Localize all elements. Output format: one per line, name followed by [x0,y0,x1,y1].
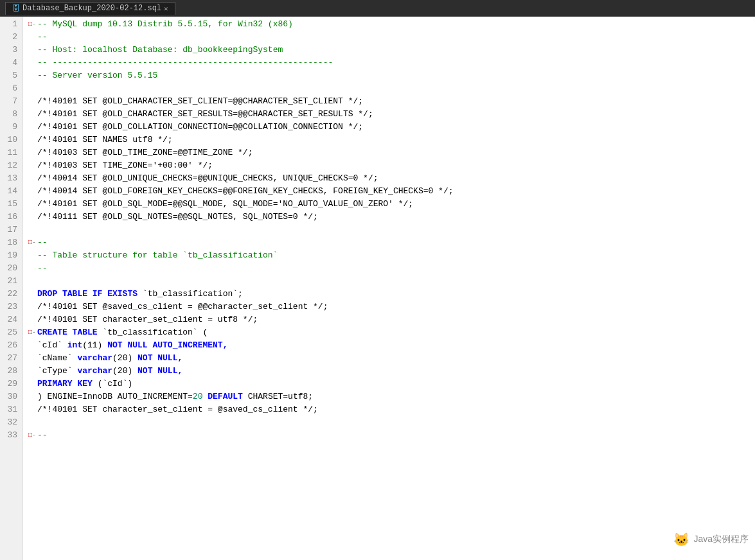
code-content: -- -------------------------------------… [37,57,755,69]
fold-marker[interactable]: □- [28,18,37,31]
code-segment: @OLD_SQL_MODE=@@SQL_MODE, SQL_MODE='NO_A… [102,199,413,209]
code-content: -- Server version 5.5.15 [37,69,755,82]
fold-marker[interactable]: □- [28,236,37,249]
code-content: `cName` varchar(20) NOT NULL, [37,352,755,365]
line-number: 31 [5,403,17,416]
line-number: 27 [5,352,17,365]
code-line: /*!40101 SET @OLD_SQL_MODE=@@SQL_MODE, S… [28,198,755,211]
code-segment: /*!40101 SET character_set_client = utf8… [37,315,258,324]
code-line: -- Host: localhost Database: db_bookkeep… [28,44,755,57]
code-content [37,82,755,95]
code-line: /*!40111 SET @OLD_SQL_NOTES=@@SQL_NOTES,… [28,211,755,223]
code-content [37,275,755,288]
code-segment: `cName` [37,353,77,363]
code-segment: /*!40103 SET [37,148,102,157]
code-segment: /*!40101 SET [37,109,102,119]
code-segment: `cId` [37,340,67,350]
code-segment: /*!40101 SET character_set_client = @sav… [37,405,318,414]
code-content: -- [37,429,755,442]
code-segment: (11) [82,340,107,350]
code-segment: NOT NULL AUTO_INCREMENT, [107,340,227,350]
code-line [28,82,755,95]
fold-marker[interactable]: □- [28,326,37,339]
line-number: 18 [5,236,17,249]
line-number: 22 [5,288,17,301]
code-line: /*!40014 SET @OLD_FOREIGN_KEY_CHECKS=@@F… [28,185,755,198]
code-segment: /*!40101 SET NAMES utf8 */; [37,135,173,144]
line-number: 24 [5,313,17,326]
code-content: -- Table structure for table `tb_classif… [37,249,755,262]
code-content: /*!40101 SET @OLD_CHARACTER_SET_RESULTS=… [37,108,755,121]
code-segment: -- Table structure for table `tb_classif… [37,250,278,260]
file-tab[interactable]: 🗄 Database_Backup_2020-02-12.sql ✕ [5,2,175,15]
line-number: 28 [5,365,17,378]
line-number: 6 [5,82,17,95]
code-content: /*!40101 SET @saved_cs_client = @@charac… [37,301,755,313]
code-content: PRIMARY KEY (`cId`) [37,378,755,390]
code-content [37,416,755,429]
code-segment: CREATE TABLE [37,328,98,337]
line-number: 9 [5,121,17,134]
code-segment: (`cId`) [93,379,132,389]
code-line: `cName` varchar(20) NOT NULL, [28,352,755,365]
code-segment: int [67,340,82,350]
line-number: 5 [5,69,17,82]
code-content: CREATE TABLE `tb_classification` ( [37,326,755,339]
line-number: 19 [5,249,17,262]
code-content: DROP TABLE IF EXISTS `tb_classification`… [37,288,755,301]
code-segment: DEFAULT [208,392,243,401]
code-content: `cType` varchar(20) NOT NULL, [37,365,755,378]
line-number: 1 [5,18,17,31]
code-segment: ) ENGINE=InnoDB AUTO_INCREMENT= [37,392,193,401]
code-segment: @OLD_UNIQUE_CHECKS=@@UNIQUE_CHECKS, UNIQ… [102,173,378,183]
code-content: `cId` int(11) NOT NULL AUTO_INCREMENT, [37,339,755,352]
line-number: 7 [5,95,17,108]
code-line: `cType` varchar(20) NOT NULL, [28,365,755,378]
code-segment: @OLD_FOREIGN_KEY_CHECKS=@@FOREIGN_KEY_CH… [102,186,453,196]
code-content [37,223,755,236]
code-segment: /*!40101 SET [37,96,102,106]
code-line: -- Table structure for table `tb_classif… [28,249,755,262]
code-line: -- [28,262,755,275]
code-segment: -- MySQL dump 10.13 Distrib 5.5.15, for … [37,19,293,29]
line-number: 2 [5,31,17,44]
code-segment: @OLD_SQL_NOTES=@@SQL_NOTES, SQL_NOTES=0 … [102,212,317,222]
code-content: /*!40014 SET @OLD_FOREIGN_KEY_CHECKS=@@F… [37,185,755,198]
code-line: -- [28,31,755,44]
editor-container: 1234567891011121314151617181920212223242… [0,17,755,560]
code-line: /*!40014 SET @OLD_UNIQUE_CHECKS=@@UNIQUE… [28,172,755,185]
code-segment: varchar [77,353,112,363]
code-segment: -- [37,430,48,440]
code-line: /*!40103 SET @OLD_TIME_ZONE=@@TIME_ZONE … [28,146,755,159]
line-number: 29 [5,378,17,390]
code-line: PRIMARY KEY (`cId`) [28,378,755,390]
code-segment: @OLD_CHARACTER_SET_RESULTS=@@CHARACTER_S… [102,109,373,119]
code-segment: -- [37,32,48,42]
code-content: /*!40101 SET NAMES utf8 */; [37,134,755,146]
code-segment: /*!40014 SET [37,173,102,183]
line-number: 10 [5,134,17,146]
line-number: 14 [5,185,17,198]
code-segment: @OLD_CHARACTER_SET_CLIENT=@@CHARACTER_SE… [102,96,363,106]
code-segment: /*!40014 SET [37,186,102,196]
code-content: /*!40111 SET @OLD_SQL_NOTES=@@SQL_NOTES,… [37,211,755,223]
code-line [28,275,755,288]
code-segment: @OLD_TIME_ZONE=@@TIME_ZONE */; [102,148,253,157]
code-line: /*!40103 SET TIME_ZONE='+00:00' */; [28,159,755,172]
code-content: /*!40101 SET @OLD_SQL_MODE=@@SQL_MODE, S… [37,198,755,211]
fold-marker[interactable]: □- [28,429,37,442]
code-segment: PRIMARY KEY [37,379,93,389]
tab-label: Database_Backup_2020-02-12.sql [22,4,161,13]
line-number: 15 [5,198,17,211]
code-line: /*!40101 SET character_set_client = @sav… [28,403,755,416]
code-line: /*!40101 SET @OLD_CHARACTER_SET_RESULTS=… [28,108,755,121]
line-number: 33 [5,429,17,442]
code-segment: DROP TABLE IF EXISTS [37,289,138,299]
code-line: DROP TABLE IF EXISTS `tb_classification`… [28,288,755,301]
code-line: □--- [28,429,755,442]
tab-close-icon[interactable]: ✕ [164,4,168,13]
code-area[interactable]: □--- MySQL dump 10.13 Distrib 5.5.15, fo… [23,17,755,560]
code-content: /*!40103 SET @OLD_TIME_ZONE=@@TIME_ZONE … [37,146,755,159]
code-line: □-CREATE TABLE `tb_classification` ( [28,326,755,339]
code-content: -- Host: localhost Database: db_bookkeep… [37,44,755,57]
